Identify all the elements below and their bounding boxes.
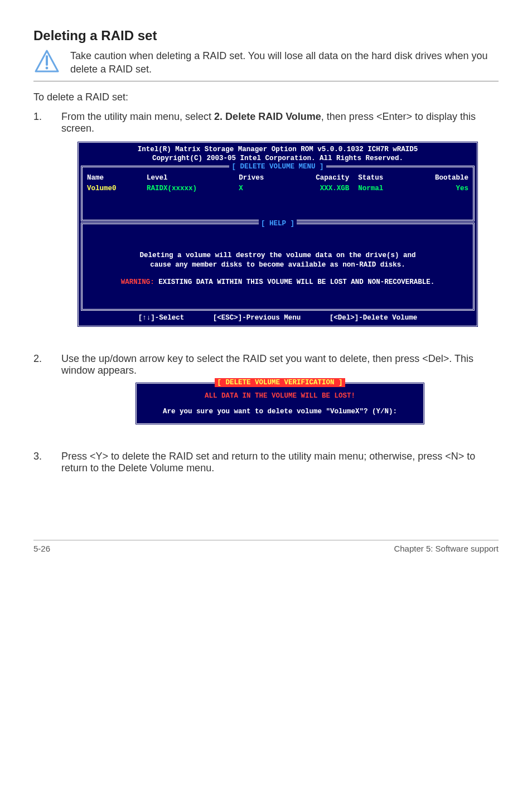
- svg-point-2: [46, 67, 49, 70]
- help-line-1: Deleting a volume will destroy the volum…: [90, 251, 465, 260]
- bios-confirm-dialog: [ DELETE VOLUME VERIFICATION ] ALL DATA …: [135, 382, 425, 425]
- dialog-warning: ALL DATA IN THE VOLUME WILL BE LOST!: [142, 392, 418, 400]
- step-3-text: Press <Y> to delete the RAID set and ret…: [61, 451, 475, 474]
- step-2-number: 2.: [33, 353, 47, 441]
- cell-drives: X: [234, 183, 287, 194]
- bios-help-frame: [ HELP ] Deleting a volume will destroy …: [81, 223, 475, 311]
- cell-status: Normal: [354, 183, 407, 194]
- bios-help-title: [ HELP ]: [259, 220, 297, 228]
- page-number: 5-26: [33, 544, 50, 553]
- bios-table-frame-title: [ DELETE VOLUME MENU ]: [229, 163, 326, 171]
- bios-delete-volume-screen: Intel(R) Matrix Storage Manager Option R…: [77, 141, 478, 328]
- cell-capacity: XXX.XGB: [288, 183, 354, 194]
- bios-footer: [↑↓]-Select [<ESC>]-Previous Menu [<Del>…: [79, 312, 477, 326]
- col-level: Level: [142, 173, 234, 183]
- table-row[interactable]: Volume0 RAIDX(xxxxx) X XXX.XGB Normal Ye…: [83, 183, 473, 194]
- col-name: Name: [83, 173, 142, 183]
- caution-icon: [33, 49, 60, 74]
- footer-select: [↑↓]-Select: [138, 313, 185, 323]
- help-warning-rest: EXISTING DATA WITHIN THIS VOLUME WILL BE…: [154, 278, 435, 286]
- chapter-label: Chapter 5: Software support: [394, 544, 499, 553]
- help-line-2: cause any member disks to become availab…: [90, 260, 465, 270]
- step-2-text: Use the up/down arrow key to select the …: [61, 353, 473, 376]
- step-3: 3. Press <Y> to delete the RAID set and …: [33, 451, 499, 474]
- bios-volume-table: Name Level Drives Capacity Status Bootab…: [83, 173, 473, 220]
- cell-name: Volume0: [83, 183, 142, 194]
- cell-bootable: Yes: [407, 183, 473, 194]
- dialog-title: [ DELETE VOLUME VERIFICATION ]: [215, 378, 345, 387]
- intro-text: To delete a RAID set:: [33, 91, 499, 103]
- table-header-row: Name Level Drives Capacity Status Bootab…: [83, 173, 473, 183]
- page-footer: 5-26 Chapter 5: Software support: [33, 540, 499, 553]
- col-bootable: Bootable: [407, 173, 473, 183]
- col-status: Status: [354, 173, 407, 183]
- dialog-prompt: Are you sure you want to delete volume "…: [142, 408, 418, 416]
- cell-level: RAIDX(xxxxx): [142, 183, 234, 194]
- bios-title-line1: Intel(R) Matrix Storage Manager Option R…: [82, 145, 473, 154]
- footer-previous: [<ESC>]-Previous Menu: [213, 313, 301, 323]
- help-warning-prefix: WARNING:: [121, 278, 154, 286]
- step-1-text-a: From the utility main menu, select: [61, 111, 214, 122]
- caution-block: Take caution when deleting a RAID set. Y…: [33, 49, 499, 81]
- col-capacity: Capacity: [288, 173, 354, 183]
- step-2: 2. Use the up/down arrow key to select t…: [33, 353, 499, 441]
- step-1-number: 1.: [33, 111, 47, 344]
- help-warning: WARNING: EXISTING DATA WITHIN THIS VOLUM…: [90, 278, 465, 287]
- footer-delete: [<Del>]-Delete Volume: [330, 313, 418, 323]
- col-drives: Drives: [234, 173, 287, 183]
- step-1-bold: 2. Delete RAID Volume: [214, 111, 321, 122]
- caution-text: Take caution when deleting a RAID set. Y…: [70, 49, 499, 76]
- bios-table-frame: [ DELETE VOLUME MENU ] Name Level Drives…: [81, 166, 475, 221]
- step-1: 1. From the utility main menu, select 2.…: [33, 111, 499, 344]
- section-title: Deleting a RAID set: [33, 28, 499, 44]
- step-3-number: 3.: [33, 451, 47, 474]
